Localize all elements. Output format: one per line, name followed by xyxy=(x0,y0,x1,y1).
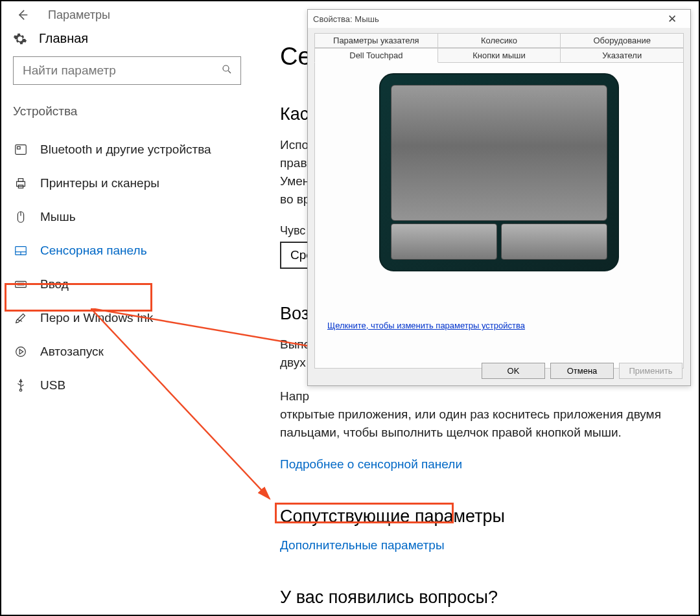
svg-rect-5 xyxy=(18,179,23,182)
back-button[interactable] xyxy=(16,8,30,22)
svg-marker-16 xyxy=(19,349,23,354)
mouse-properties-dialog: Свойства: Мышь ✕ Параметры указателя Кол… xyxy=(307,9,691,386)
ok-button[interactable]: OK xyxy=(482,363,545,379)
svg-rect-12 xyxy=(16,281,27,287)
bluetooth-icon xyxy=(13,142,29,157)
autoplay-icon xyxy=(13,344,29,359)
apply-button: Применить xyxy=(619,363,682,379)
learn-more-link[interactable]: Подробнее о сенсорной панели xyxy=(280,457,690,472)
svg-rect-3 xyxy=(18,146,21,149)
change-device-settings-link[interactable]: Щелкните, чтобы изменить параметры устро… xyxy=(327,321,525,330)
svg-point-0 xyxy=(223,65,229,71)
sidebar-item-label: Сенсорная панель xyxy=(40,244,147,258)
usb-icon xyxy=(13,378,29,393)
section-heading-related: Сопутствующие параметры xyxy=(280,507,690,527)
dialog-title: Свойства: Мышь xyxy=(313,14,379,24)
svg-point-18 xyxy=(19,389,22,392)
touchpad-icon xyxy=(13,243,29,258)
sidebar-item-label: Перо и Windows Ink xyxy=(40,311,153,325)
sidebar-item-label: Ввод xyxy=(40,277,69,291)
search-field[interactable] xyxy=(21,63,221,78)
svg-point-15 xyxy=(16,347,26,357)
svg-marker-19 xyxy=(19,380,22,382)
cancel-button[interactable]: Отмена xyxy=(550,363,614,379)
section-heading-help: У вас появились вопросы? xyxy=(280,587,690,608)
search-input[interactable] xyxy=(13,56,241,85)
window-title: Параметры xyxy=(48,8,110,22)
sidebar-item-label: Мышь xyxy=(40,210,76,224)
tab-pointer-options[interactable]: Параметры указателя xyxy=(314,33,438,48)
home-label[interactable]: Главная xyxy=(39,31,88,46)
svg-line-1 xyxy=(228,71,231,73)
touchpad-illustration xyxy=(379,73,619,271)
tab-dell-touchpad[interactable]: Dell Touchpad xyxy=(314,48,438,63)
tab-hardware[interactable]: Оборудование xyxy=(561,33,684,48)
tab-wheel[interactable]: Колесико xyxy=(438,33,561,48)
sidebar-item-label: Принтеры и сканеры xyxy=(40,176,159,190)
tab-pointers[interactable]: Указатели xyxy=(561,48,684,63)
mouse-icon xyxy=(13,209,29,225)
sidebar-item-label: Автозапуск xyxy=(40,345,104,359)
additional-settings-link[interactable]: Дополнительные параметры xyxy=(280,538,690,553)
svg-rect-4 xyxy=(17,181,25,186)
gear-icon xyxy=(13,32,27,46)
sidebar-item-label: Bluetooth и другие устройства xyxy=(40,143,211,157)
sidebar-item-label: USB xyxy=(40,378,65,393)
section-text: Напр открытые приложения, или один раз к… xyxy=(280,387,690,442)
close-button[interactable]: ✕ xyxy=(659,12,685,26)
printer-icon xyxy=(13,176,29,191)
pen-icon xyxy=(13,310,29,326)
keyboard-icon xyxy=(13,277,29,292)
search-icon xyxy=(221,63,233,78)
tab-buttons[interactable]: Кнопки мыши xyxy=(438,48,561,63)
